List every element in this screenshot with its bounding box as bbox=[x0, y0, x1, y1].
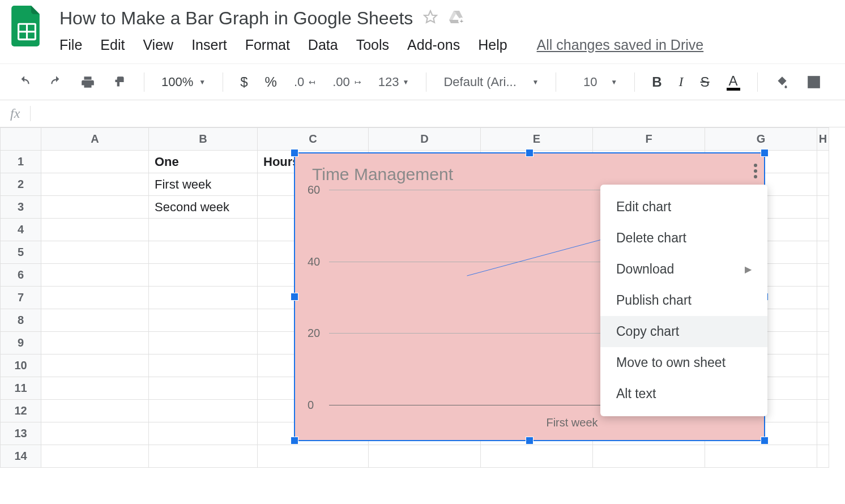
cell-A4[interactable] bbox=[41, 219, 149, 241]
cell-B13[interactable] bbox=[149, 422, 258, 445]
cell-B9[interactable] bbox=[149, 332, 258, 354]
ctx-move-to-own-sheet[interactable]: Move to own sheet bbox=[600, 347, 767, 378]
row-header-14[interactable]: 14 bbox=[1, 445, 41, 468]
cell-B3[interactable]: Second week bbox=[149, 196, 258, 219]
resize-handle-bl[interactable] bbox=[291, 437, 298, 445]
cell-B14[interactable] bbox=[149, 445, 258, 468]
row-header-4[interactable]: 4 bbox=[1, 219, 41, 241]
format-currency-button[interactable]: $ bbox=[237, 72, 251, 92]
cell-A9[interactable] bbox=[41, 332, 149, 354]
col-header-D[interactable]: D bbox=[369, 128, 481, 151]
cell-A8[interactable] bbox=[41, 309, 149, 332]
col-header-H[interactable]: H bbox=[817, 128, 829, 151]
row-header-6[interactable]: 6 bbox=[1, 264, 41, 287]
col-header-A[interactable]: A bbox=[41, 128, 149, 151]
resize-handle-tm[interactable] bbox=[526, 149, 534, 157]
embedded-chart[interactable]: Time Management 60 40 20 0 First week Ed… bbox=[294, 152, 765, 441]
cell-H5[interactable] bbox=[817, 241, 829, 264]
decrease-decimal-button[interactable]: .0↤ bbox=[291, 72, 319, 92]
menu-format[interactable]: Format bbox=[245, 37, 290, 53]
more-formats-dropdown[interactable]: 123▼ bbox=[375, 72, 413, 92]
save-status[interactable]: All changes saved in Drive bbox=[537, 37, 704, 53]
ctx-publish-chart[interactable]: Publish chart bbox=[600, 285, 767, 316]
cell-H11[interactable] bbox=[817, 377, 829, 400]
cell-A10[interactable] bbox=[41, 354, 149, 377]
cell-A11[interactable] bbox=[41, 377, 149, 400]
redo-button[interactable] bbox=[45, 72, 67, 92]
cell-B7[interactable] bbox=[149, 287, 258, 309]
drive-add-icon[interactable]: + bbox=[448, 8, 465, 29]
row-header-1[interactable]: 1 bbox=[1, 151, 41, 173]
col-header-B[interactable]: B bbox=[149, 128, 258, 151]
menu-data[interactable]: Data bbox=[308, 37, 338, 53]
col-header-C[interactable]: C bbox=[258, 128, 369, 151]
fill-color-button[interactable] bbox=[771, 72, 793, 92]
formula-input[interactable] bbox=[31, 100, 835, 127]
cell-A14[interactable] bbox=[41, 445, 149, 468]
borders-button[interactable] bbox=[803, 72, 825, 92]
cell-H1[interactable] bbox=[817, 151, 829, 173]
row-header-10[interactable]: 10 bbox=[1, 354, 41, 377]
cell-H13[interactable] bbox=[817, 422, 829, 445]
undo-button[interactable] bbox=[14, 72, 35, 92]
text-color-button[interactable]: A bbox=[723, 71, 744, 93]
cell-B4[interactable] bbox=[149, 219, 258, 241]
resize-handle-br[interactable] bbox=[761, 437, 769, 445]
cell-B6[interactable] bbox=[149, 264, 258, 287]
ctx-edit-chart[interactable]: Edit chart bbox=[600, 191, 767, 223]
menu-insert[interactable]: Insert bbox=[191, 37, 227, 53]
bold-button[interactable]: B bbox=[648, 72, 665, 92]
cell-B12[interactable] bbox=[149, 400, 258, 422]
menu-file[interactable]: File bbox=[59, 37, 82, 53]
cell-A3[interactable] bbox=[41, 196, 149, 219]
cell-D14[interactable] bbox=[369, 445, 481, 468]
cell-B1[interactable]: One bbox=[149, 151, 258, 173]
doc-title[interactable]: How to Make a Bar Graph in Google Sheets bbox=[59, 8, 413, 29]
cell-H12[interactable] bbox=[817, 400, 829, 422]
cell-B5[interactable] bbox=[149, 241, 258, 264]
resize-handle-ml[interactable] bbox=[291, 293, 298, 301]
row-header-12[interactable]: 12 bbox=[1, 400, 41, 422]
cell-A2[interactable] bbox=[41, 173, 149, 196]
cell-H2[interactable] bbox=[817, 173, 829, 196]
cell-A12[interactable] bbox=[41, 400, 149, 422]
menu-help[interactable]: Help bbox=[478, 37, 507, 53]
col-header-E[interactable]: E bbox=[481, 128, 593, 151]
ctx-download[interactable]: Download▶ bbox=[600, 254, 767, 285]
ctx-delete-chart[interactable]: Delete chart bbox=[600, 223, 767, 254]
cell-B10[interactable] bbox=[149, 354, 258, 377]
cell-H6[interactable] bbox=[817, 264, 829, 287]
cell-H9[interactable] bbox=[817, 332, 829, 354]
font-size-dropdown[interactable]: 10▼ bbox=[570, 72, 621, 92]
col-header-G[interactable]: G bbox=[705, 128, 817, 151]
menu-tools[interactable]: Tools bbox=[356, 37, 389, 53]
ctx-copy-chart[interactable]: Copy chart bbox=[600, 316, 767, 347]
menu-addons[interactable]: Add-ons bbox=[407, 37, 460, 53]
ctx-alt-text[interactable]: Alt text bbox=[600, 378, 767, 409]
cell-H14[interactable] bbox=[817, 445, 829, 468]
row-header-8[interactable]: 8 bbox=[1, 309, 41, 332]
row-header-3[interactable]: 3 bbox=[1, 196, 41, 219]
select-all-corner[interactable] bbox=[1, 128, 41, 151]
font-family-dropdown[interactable]: Default (Ari...▼ bbox=[440, 72, 542, 92]
row-header-13[interactable]: 13 bbox=[1, 422, 41, 445]
menu-view[interactable]: View bbox=[143, 37, 173, 53]
row-header-2[interactable]: 2 bbox=[1, 173, 41, 196]
cell-F14[interactable] bbox=[593, 445, 705, 468]
chart-options-icon[interactable] bbox=[754, 164, 757, 178]
print-button[interactable] bbox=[77, 72, 99, 92]
strikethrough-button[interactable]: S bbox=[697, 72, 713, 92]
row-header-11[interactable]: 11 bbox=[1, 377, 41, 400]
cell-C14[interactable] bbox=[258, 445, 369, 468]
zoom-dropdown[interactable]: 100%▼ bbox=[158, 72, 209, 92]
cell-B8[interactable] bbox=[149, 309, 258, 332]
cell-H4[interactable] bbox=[817, 219, 829, 241]
resize-handle-tr[interactable] bbox=[761, 149, 769, 157]
cell-A7[interactable] bbox=[41, 287, 149, 309]
star-icon[interactable] bbox=[423, 8, 438, 29]
resize-handle-tl[interactable] bbox=[291, 149, 298, 157]
cell-A6[interactable] bbox=[41, 264, 149, 287]
menu-edit[interactable]: Edit bbox=[100, 37, 125, 53]
cell-E14[interactable] bbox=[481, 445, 593, 468]
cell-H3[interactable] bbox=[817, 196, 829, 219]
